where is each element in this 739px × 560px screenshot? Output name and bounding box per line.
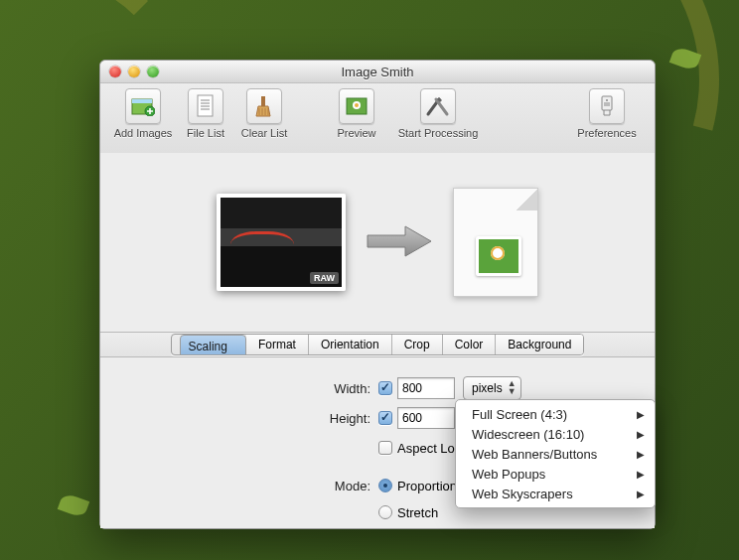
mode-stretch-radio[interactable] [378,505,392,519]
preview-label: Preview [337,127,375,139]
window-zoom-button[interactable] [147,66,159,77]
preview-icon [339,88,374,124]
file-list-button[interactable]: File List [178,88,233,139]
tab-crop[interactable]: Crop [392,335,443,354]
clear-list-label: Clear List [241,127,287,139]
source-thumbnail: RAW [217,194,346,291]
tab-bar: ScalingFormatOrientationCropColorBackgro… [100,332,655,357]
tab-background[interactable]: Background [496,335,583,354]
toolbar: Add Images File List Clear List [100,83,655,159]
window-minimize-button[interactable] [128,66,140,77]
window-close-button[interactable] [109,66,121,77]
svg-rect-4 [261,96,265,106]
preset-menu-item[interactable]: Web Skyscrapers▶ [456,484,655,503]
start-processing-button[interactable]: Start Processing [386,88,490,139]
preview-area: RAW [100,153,655,332]
add-images-label: Add Images [114,127,173,139]
width-unit-select[interactable]: pixels ▲▼ [463,376,521,400]
preferences-icon [589,88,625,124]
preset-menu-item[interactable]: Full Screen (4:3)▶ [456,404,655,424]
add-images-button[interactable]: Add Images [108,88,178,139]
tab-color[interactable]: Color [443,335,497,354]
height-enable-checkbox[interactable] [378,411,392,425]
file-list-icon [188,88,223,124]
tab-orientation[interactable]: Orientation [309,335,392,354]
title-bar: Image Smith [100,61,655,83]
clear-list-button[interactable]: Clear List [233,88,295,139]
width-label: Width: [100,381,378,396]
tab-scaling[interactable]: Scaling [180,335,246,355]
width-input[interactable] [397,377,455,399]
file-list-label: File List [187,127,224,139]
preset-menu: Full Screen (4:3)▶Widescreen (16:10)▶Web… [455,399,656,508]
height-input[interactable] [397,407,455,429]
width-unit-value: pixels [472,381,503,395]
mode-label: Mode: [100,479,378,493]
raw-badge: RAW [310,272,339,284]
arrow-icon [364,221,435,264]
window-title: Image Smith [100,65,655,79]
add-images-icon [125,88,161,124]
clear-list-icon [246,88,282,124]
height-label: Height: [100,411,378,426]
preferences-label: Preferences [577,127,636,139]
preset-menu-item[interactable]: Web Popups▶ [456,464,655,484]
output-document-icon [453,188,538,297]
preset-menu-item[interactable]: Web Banners/Buttons▶ [456,444,655,464]
tab-format[interactable]: Format [246,335,309,354]
svg-rect-1 [132,99,152,103]
mode-proportional-radio[interactable] [378,479,392,492]
svg-point-7 [355,103,359,107]
preview-button[interactable]: Preview [327,88,386,139]
width-enable-checkbox[interactable] [378,381,392,395]
svg-point-9 [606,99,608,101]
aspect-lock-checkbox[interactable] [378,441,392,455]
preset-menu-item[interactable]: Widescreen (16:10)▶ [456,424,655,444]
mode-stretch-label: Stretch [397,505,438,520]
start-processing-icon [420,88,456,124]
start-processing-label: Start Processing [398,127,479,139]
preferences-button[interactable]: Preferences [567,88,647,139]
